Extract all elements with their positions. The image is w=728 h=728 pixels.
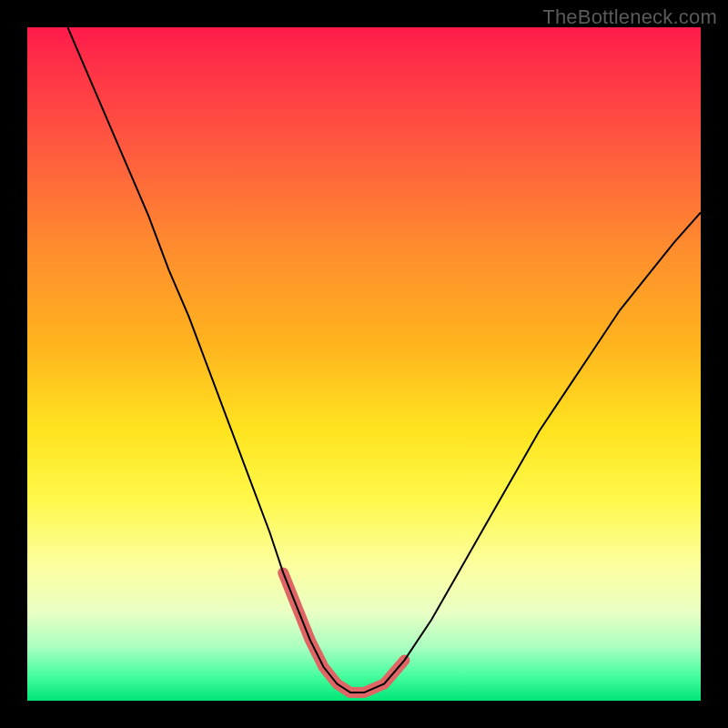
bottleneck-curve-line xyxy=(67,27,701,693)
chart-canvas: TheBottleneck.com xyxy=(0,0,728,728)
optimal-band-line xyxy=(283,572,404,693)
watermark-text: TheBottleneck.com xyxy=(542,5,717,29)
chart-svg xyxy=(27,27,701,701)
